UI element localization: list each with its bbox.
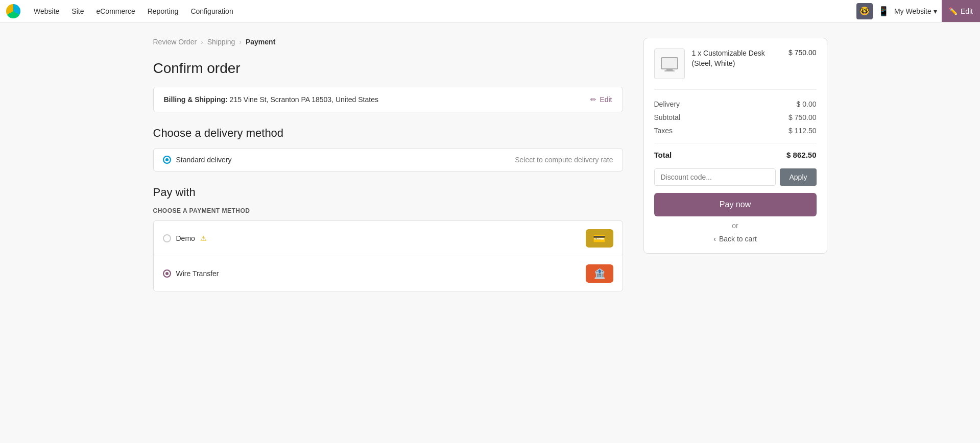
delivery-row: Delivery $ 0.00: [654, 100, 817, 108]
warning-icon: ⚠: [200, 234, 207, 242]
discount-code-input[interactable]: [654, 168, 776, 186]
edit-button[interactable]: ✏️ Edit: [942, 0, 980, 22]
standard-delivery-radio[interactable]: [163, 156, 171, 164]
delivery-method-box[interactable]: Standard delivery Select to compute deli…: [153, 148, 623, 171]
subtotal-row: Subtotal $ 750.00: [654, 113, 817, 121]
taxes-value: $ 112.50: [788, 127, 817, 135]
breadcrumb: Review Order › Shipping › Payment: [153, 38, 623, 46]
taxes-row: Taxes $ 112.50: [654, 127, 817, 135]
nav-links: Website Site eCommerce Reporting Configu…: [29, 5, 238, 17]
demo-option-left: Demo ⚠: [163, 234, 207, 242]
standard-delivery-option[interactable]: Standard delivery: [163, 156, 232, 164]
nav-website[interactable]: Website: [29, 5, 64, 17]
order-summary-card: 1 x Customizable Desk (Steel, White) $ 7…: [643, 38, 827, 254]
delivery-label: Delivery: [654, 100, 680, 108]
discount-row: Apply: [654, 168, 817, 186]
back-to-cart-link[interactable]: ‹ Back to cart: [654, 235, 817, 243]
total-label: Total: [654, 151, 672, 159]
chevron-down-icon: ▾: [934, 7, 937, 15]
billing-label: Billing & Shipping:: [164, 95, 228, 104]
taxes-label: Taxes: [654, 127, 673, 135]
apply-button[interactable]: Apply: [780, 168, 816, 186]
back-to-cart-label: Back to cart: [719, 235, 757, 243]
wire-radio[interactable]: [163, 269, 171, 278]
nav-site[interactable]: Site: [66, 5, 89, 17]
back-chevron-icon: ‹: [713, 235, 716, 243]
total-value: $ 862.50: [786, 151, 816, 159]
summary-rows: Delivery $ 0.00 Subtotal $ 750.00 Taxes …: [654, 100, 817, 135]
nav-ecommerce[interactable]: eCommerce: [91, 5, 140, 17]
delivery-method-title: Choose a delivery method: [153, 127, 623, 140]
wire-option-left: Wire Transfer: [163, 269, 219, 278]
delivery-rate-text: Select to compute delivery rate: [515, 156, 613, 164]
product-name: 1 x Customizable Desk (Steel, White): [692, 48, 782, 68]
choose-payment-label: CHOOSE A PAYMENT METHOD: [153, 207, 623, 214]
demo-radio[interactable]: [163, 234, 171, 242]
demo-label: Demo: [176, 234, 195, 242]
product-row: 1 x Customizable Desk (Steel, White) $ 7…: [654, 48, 817, 90]
breadcrumb-payment: Payment: [246, 38, 275, 46]
payment-methods-box: Demo ⚠ 💳 Wire Transfer 🏦: [153, 220, 623, 291]
edit-icon: ✏️: [949, 7, 958, 15]
pay-now-button[interactable]: Pay now: [654, 193, 817, 216]
breadcrumb-shipping[interactable]: Shipping: [207, 38, 235, 46]
order-summary-sidebar: 1 x Customizable Desk (Steel, White) $ 7…: [643, 38, 827, 291]
total-row: Total $ 862.50: [654, 151, 817, 159]
product-info: 1 x Customizable Desk (Steel, White): [692, 48, 782, 79]
wire-label: Wire Transfer: [176, 269, 219, 278]
pencil-icon: ✏: [590, 95, 596, 104]
billing-address: Billing & Shipping: 215 Vine St, Scranto…: [164, 95, 378, 104]
svg-rect-1: [666, 69, 673, 70]
main-content: Review Order › Shipping › Payment Confir…: [153, 38, 623, 291]
nav-configuration[interactable]: Configuration: [185, 5, 238, 17]
product-thumbnail: [654, 48, 685, 79]
breadcrumb-sep-2: ›: [239, 38, 242, 46]
nav-reporting[interactable]: Reporting: [142, 5, 184, 17]
breadcrumb-sep-1: ›: [201, 38, 203, 46]
top-navigation: Website Site eCommerce Reporting Configu…: [0, 0, 980, 22]
breadcrumb-review-order[interactable]: Review Order: [153, 38, 197, 46]
billing-edit-button[interactable]: ✏ Edit: [590, 95, 612, 104]
page-wrapper: Review Order › Shipping › Payment Confir…: [133, 22, 848, 307]
pay-with-title: Pay with: [153, 186, 623, 199]
payment-method-wire[interactable]: Wire Transfer 🏦: [154, 256, 623, 291]
confirm-order-title: Confirm order: [153, 60, 623, 77]
billing-address-text: 215 Vine St, Scranton PA 18503, United S…: [230, 95, 378, 104]
product-price: $ 750.00: [788, 48, 817, 79]
or-divider: or: [654, 222, 817, 230]
subtotal-value: $ 750.00: [788, 113, 817, 121]
my-website-dropdown[interactable]: My Website ▾: [894, 7, 937, 15]
summary-divider: [654, 143, 817, 143]
user-avatar[interactable]: 🤓: [856, 3, 873, 19]
odoo-logo: [6, 4, 20, 18]
payment-method-demo[interactable]: Demo ⚠ 💳: [154, 221, 623, 256]
subtotal-label: Subtotal: [654, 113, 680, 121]
svg-rect-2: [664, 70, 675, 71]
svg-rect-0: [661, 58, 678, 69]
mobile-icon[interactable]: 📱: [878, 6, 889, 17]
standard-delivery-label: Standard delivery: [176, 156, 232, 164]
nav-right: 🤓 📱 My Website ▾ + New ✏️ Edit: [856, 3, 974, 19]
delivery-value: $ 0.00: [797, 100, 817, 108]
wire-payment-icon: 🏦: [586, 264, 613, 283]
demo-payment-icon: 💳: [586, 229, 613, 248]
billing-shipping-box: Billing & Shipping: 215 Vine St, Scranto…: [153, 87, 623, 112]
